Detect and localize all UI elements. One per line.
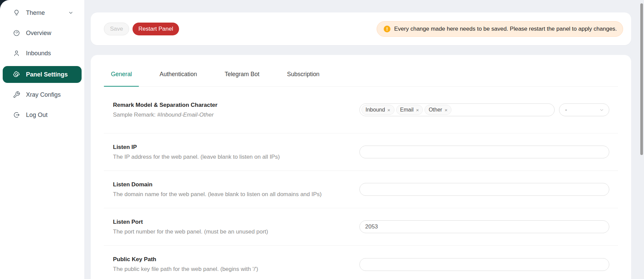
form-row-public-key-path: Public Key Path The public key file path… bbox=[104, 246, 618, 279]
form-row-remark-model: Remark Model & Separation Character Samp… bbox=[104, 87, 618, 133]
sidebar-item-overview[interactable]: Overview bbox=[3, 26, 81, 40]
gear-icon bbox=[13, 71, 20, 78]
alert-text: Every change made here needs to be saved… bbox=[394, 26, 617, 32]
row-title: Listen IP bbox=[113, 144, 359, 151]
tab-authentication[interactable]: Authentication bbox=[152, 71, 204, 86]
remark-model-tags-input[interactable]: Inbound × Email × Other × bbox=[359, 103, 555, 116]
sidebar-item-xray-configs[interactable]: Xray Configs bbox=[3, 87, 81, 102]
tag-other: Other × bbox=[425, 105, 451, 115]
tag-email: Email × bbox=[396, 105, 423, 115]
restart-warning-alert: ! Every change made here needs to be sav… bbox=[377, 21, 623, 37]
sidebar-item-inbounds[interactable]: Inbounds bbox=[3, 46, 81, 61]
row-description: The port number for the web panel. (must… bbox=[113, 228, 359, 235]
tag-inbound: Inbound × bbox=[361, 105, 394, 115]
row-description: The domain name for the web panel. (leav… bbox=[113, 191, 359, 198]
sidebar-item-label: Log Out bbox=[26, 112, 48, 119]
form-row-listen-ip: Listen IP The IP address for the web pan… bbox=[104, 133, 618, 171]
public-key-path-input[interactable] bbox=[359, 258, 609, 271]
tag-label: Inbound bbox=[365, 107, 385, 113]
sidebar-item-theme[interactable]: Theme bbox=[3, 5, 81, 20]
row-title: Listen Port bbox=[113, 219, 359, 225]
sidebar-item-label: Theme bbox=[26, 9, 45, 17]
logout-icon bbox=[13, 111, 20, 119]
sidebar-item-label: Inbounds bbox=[26, 50, 51, 57]
listen-domain-input[interactable] bbox=[359, 183, 609, 196]
general-settings-form: Remark Model & Separation Character Samp… bbox=[104, 87, 618, 279]
tag-close-icon[interactable]: × bbox=[444, 107, 447, 113]
restart-panel-button[interactable]: Restart Panel bbox=[133, 23, 179, 35]
row-title: Listen Domain bbox=[113, 181, 359, 188]
settings-tabs: General Authentication Telegram Bot Subs… bbox=[104, 55, 618, 87]
wrench-icon bbox=[13, 91, 20, 98]
row-title: Remark Model & Separation Character bbox=[113, 102, 359, 108]
vertical-scrollbar[interactable] bbox=[640, 3, 643, 155]
tag-label: Other bbox=[429, 107, 442, 113]
sidebar-item-label: Xray Configs bbox=[26, 91, 61, 98]
listen-port-input[interactable] bbox=[359, 220, 609, 233]
tag-close-icon[interactable]: × bbox=[416, 107, 419, 113]
user-icon bbox=[13, 50, 20, 57]
select-value: - bbox=[565, 106, 599, 113]
tag-label: Email bbox=[400, 107, 414, 113]
row-description: The IP address for the web panel. (leave… bbox=[113, 154, 359, 160]
sample-remark-label: Sample Remark: bbox=[113, 112, 157, 118]
sidebar-item-label: Overview bbox=[26, 30, 51, 37]
settings-card: General Authentication Telegram Bot Subs… bbox=[91, 55, 631, 279]
dashboard-icon bbox=[13, 29, 20, 37]
sidebar-item-label: Panel Settings bbox=[26, 71, 68, 78]
chevron-down-icon bbox=[68, 10, 74, 16]
sidebar: Theme Overview Inbounds Panel Settings X… bbox=[0, 0, 84, 279]
save-button[interactable]: Save bbox=[104, 23, 129, 35]
separation-character-select[interactable]: - bbox=[559, 103, 609, 116]
lightbulb-icon bbox=[13, 9, 20, 17]
tab-telegram-bot[interactable]: Telegram Bot bbox=[217, 71, 266, 86]
form-row-listen-port: Listen Port The port number for the web … bbox=[104, 208, 618, 246]
row-title: Public Key Path bbox=[113, 256, 359, 263]
toolbar-card: Save Restart Panel ! Every change made h… bbox=[91, 12, 631, 45]
warning-icon: ! bbox=[384, 26, 390, 32]
tag-close-icon[interactable]: × bbox=[387, 107, 390, 113]
chevron-down-icon bbox=[599, 107, 604, 113]
tab-general[interactable]: General bbox=[104, 71, 139, 86]
listen-ip-input[interactable] bbox=[359, 146, 609, 158]
sample-remark-value: #Inbound-Email-Other bbox=[157, 112, 213, 118]
sidebar-item-log-out[interactable]: Log Out bbox=[3, 107, 81, 122]
tab-subscription[interactable]: Subscription bbox=[280, 71, 326, 86]
form-row-listen-domain: Listen Domain The domain name for the we… bbox=[104, 171, 618, 208]
row-description: The public key file path for the web pan… bbox=[113, 266, 359, 273]
sidebar-item-panel-settings[interactable]: Panel Settings bbox=[3, 66, 82, 83]
row-description: Sample Remark: #Inbound-Email-Other bbox=[113, 112, 359, 118]
